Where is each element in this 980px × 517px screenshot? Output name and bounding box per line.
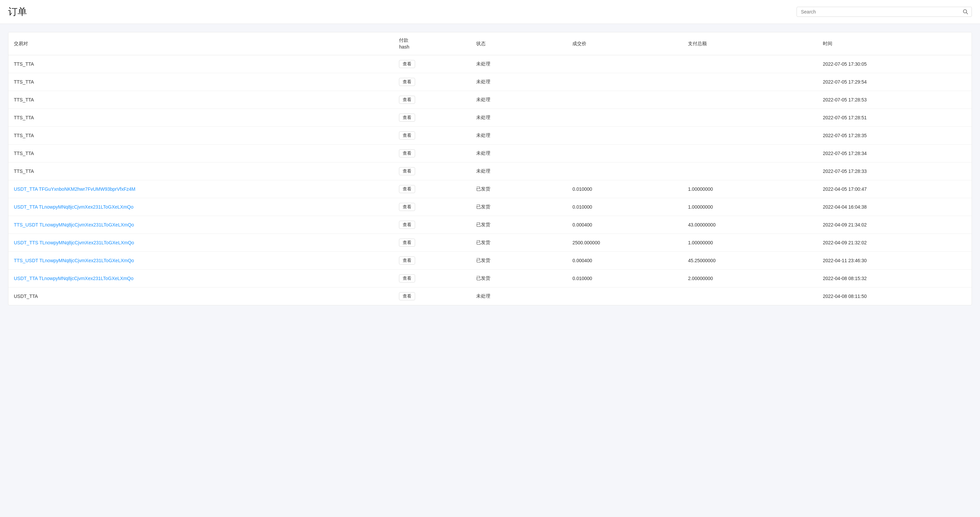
svg-line-1 [967, 13, 968, 14]
page-container: 订单 交易对 付款hash [0, 0, 980, 517]
table-header-row: 交易对 付款hash 状态 成交价 支付总额 [8, 32, 972, 55]
cell-trading-pair[interactable]: USDT_TTA TLnowpyMNq8jcCjvmXex231LToGXeLX… [8, 270, 393, 287]
view-button[interactable]: 查看 [399, 221, 415, 229]
table-row: USDT_TTA TFGuYxnboNKM2hwr7FvUMW93bprVfxF… [8, 180, 972, 198]
col-header-trading-pair: 交易对 [8, 32, 393, 55]
cell-status: 未处理 [471, 73, 567, 91]
cell-amount [682, 91, 818, 109]
cell-price: 0.000400 [567, 216, 682, 234]
view-button[interactable]: 查看 [399, 239, 415, 247]
cell-hash: 查看 [393, 198, 471, 216]
cell-price: 0.010000 [567, 270, 682, 287]
cell-amount [682, 109, 818, 127]
view-button[interactable]: 查看 [399, 132, 415, 140]
cell-price [567, 109, 682, 127]
cell-trading-pair: TTS_TTA [8, 55, 393, 73]
cell-trading-pair[interactable]: USDT_TTA TLnowpyMNq8jcCjvmXex231LToGXeLX… [8, 198, 393, 216]
cell-hash: 查看 [393, 73, 471, 91]
cell-hash: 查看 [393, 270, 471, 287]
cell-price [567, 55, 682, 73]
cell-price: 0.010000 [567, 198, 682, 216]
view-button[interactable]: 查看 [399, 149, 415, 157]
table-row: TTS_TTA查看未处理2022-07-05 17:30:05 [8, 55, 972, 73]
cell-trading-pair: TTS_TTA [8, 127, 393, 144]
cell-hash: 查看 [393, 234, 471, 252]
view-button[interactable]: 查看 [399, 78, 415, 86]
cell-price [567, 91, 682, 109]
cell-amount [682, 144, 818, 162]
table-row: TTS_TTA查看未处理2022-07-05 17:28:51 [8, 109, 972, 127]
cell-time: 2022-04-04 16:04:38 [818, 198, 972, 216]
cell-trading-pair[interactable]: TTS_USDT TLnowpyMNq8jcCjvmXex231LToGXeLX… [8, 252, 393, 270]
view-button[interactable]: 查看 [399, 96, 415, 104]
view-button[interactable]: 查看 [399, 167, 415, 175]
header: 订单 [0, 0, 980, 24]
cell-status: 未处理 [471, 91, 567, 109]
cell-time: 2022-04-11 23:46:30 [818, 252, 972, 270]
cell-trading-pair: TTS_TTA [8, 91, 393, 109]
cell-status: 未处理 [471, 162, 567, 180]
view-button[interactable]: 查看 [399, 60, 415, 68]
cell-amount [682, 162, 818, 180]
cell-time: 2022-07-05 17:28:51 [818, 109, 972, 127]
page-title: 订单 [8, 5, 27, 18]
table-row: USDT_TTS TLnowpyMNq8jcCjvmXex231LToGXeLX… [8, 234, 972, 252]
view-button[interactable]: 查看 [399, 292, 415, 300]
search-input[interactable] [797, 7, 959, 16]
view-button[interactable]: 查看 [399, 114, 415, 122]
cell-amount: 43.00000000 [682, 216, 818, 234]
view-button[interactable]: 查看 [399, 185, 415, 193]
cell-price [567, 287, 682, 305]
search-icon [963, 9, 968, 14]
cell-price: 0.000400 [567, 252, 682, 270]
cell-hash: 查看 [393, 109, 471, 127]
cell-time: 2022-04-09 21:32:02 [818, 234, 972, 252]
cell-hash: 查看 [393, 127, 471, 144]
cell-trading-pair[interactable]: TTS_USDT TLnowpyMNq8jcCjvmXex231LToGXeLX… [8, 216, 393, 234]
cell-hash: 查看 [393, 55, 471, 73]
col-header-amount: 支付总额 [682, 32, 818, 55]
table-row: USDT_TTA查看未处理2022-04-08 08:11:50 [8, 287, 972, 305]
cell-time: 2022-07-05 17:29:54 [818, 73, 972, 91]
cell-time: 2022-04-09 21:34:02 [818, 216, 972, 234]
search-button[interactable] [959, 7, 972, 16]
table-row: TTS_TTA查看未处理2022-07-05 17:29:54 [8, 73, 972, 91]
table-row: USDT_TTA TLnowpyMNq8jcCjvmXex231LToGXeLX… [8, 270, 972, 287]
cell-trading-pair: USDT_TTA [8, 287, 393, 305]
cell-status: 已发货 [471, 180, 567, 198]
cell-status: 已发货 [471, 216, 567, 234]
cell-hash: 查看 [393, 287, 471, 305]
cell-amount: 2.00000000 [682, 270, 818, 287]
cell-amount: 1.00000000 [682, 234, 818, 252]
col-header-price: 成交价 [567, 32, 682, 55]
cell-amount [682, 55, 818, 73]
cell-trading-pair: TTS_TTA [8, 144, 393, 162]
cell-amount: 1.00000000 [682, 198, 818, 216]
cell-trading-pair[interactable]: USDT_TTS TLnowpyMNq8jcCjvmXex231LToGXeLX… [8, 234, 393, 252]
cell-hash: 查看 [393, 91, 471, 109]
view-button[interactable]: 查看 [399, 274, 415, 282]
cell-time: 2022-07-05 17:30:05 [818, 55, 972, 73]
table-row: TTS_TTA查看未处理2022-07-05 17:28:33 [8, 162, 972, 180]
table-row: TTS_TTA查看未处理2022-07-05 17:28:34 [8, 144, 972, 162]
cell-status: 已发货 [471, 252, 567, 270]
cell-price [567, 144, 682, 162]
view-button[interactable]: 查看 [399, 203, 415, 211]
cell-trading-pair[interactable]: USDT_TTA TFGuYxnboNKM2hwr7FvUMW93bprVfxF… [8, 180, 393, 198]
cell-time: 2022-07-05 17:28:35 [818, 127, 972, 144]
content: 交易对 付款hash 状态 成交价 支付总额 [0, 24, 980, 314]
cell-status: 已发货 [471, 234, 567, 252]
cell-hash: 查看 [393, 252, 471, 270]
cell-amount [682, 73, 818, 91]
cell-price [567, 127, 682, 144]
cell-amount [682, 287, 818, 305]
cell-time: 2022-07-05 17:28:33 [818, 162, 972, 180]
table-row: USDT_TTA TLnowpyMNq8jcCjvmXex231LToGXeLX… [8, 198, 972, 216]
cell-hash: 查看 [393, 144, 471, 162]
cell-time: 2022-04-08 08:11:50 [818, 287, 972, 305]
cell-status: 已发货 [471, 198, 567, 216]
cell-trading-pair: TTS_TTA [8, 73, 393, 91]
view-button[interactable]: 查看 [399, 257, 415, 265]
cell-amount [682, 127, 818, 144]
cell-status: 已发货 [471, 270, 567, 287]
